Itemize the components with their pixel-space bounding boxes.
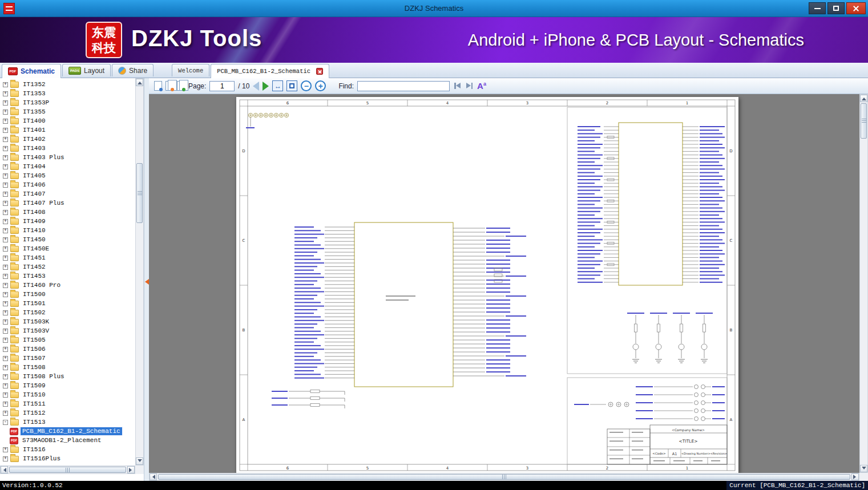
- tree-item-folder[interactable]: +IT1453: [0, 272, 135, 281]
- tree-item-folder[interactable]: +IT1452: [0, 262, 135, 272]
- sidebar-hscrollbar[interactable]: [0, 465, 135, 474]
- expand-expander-icon[interactable]: +: [3, 310, 8, 315]
- single-page-icon[interactable]: [154, 81, 162, 91]
- tree-item-folder[interactable]: -IT1513: [0, 418, 135, 427]
- expand-expander-icon[interactable]: +: [3, 338, 8, 343]
- tree-item-folder[interactable]: +IT1450E: [0, 244, 135, 253]
- tree-item-folder[interactable]: +IT1355: [0, 107, 135, 116]
- viewer-scroll-down-button[interactable]: [860, 465, 867, 472]
- tree-item-folder[interactable]: +IT1353P: [0, 98, 135, 107]
- sidebar-scroll-right-button[interactable]: [127, 466, 135, 473]
- tree-item-file[interactable]: PDFS73MAODB1-2_Placement: [0, 436, 135, 445]
- tree-item-folder[interactable]: +IT1352: [0, 80, 135, 89]
- tree-item-folder[interactable]: +IT1500: [0, 290, 135, 299]
- expand-expander-icon[interactable]: +: [3, 228, 8, 233]
- maximize-button[interactable]: [827, 2, 845, 14]
- tree-item-folder[interactable]: +IT1400: [0, 116, 135, 125]
- fit-width-button[interactable]: ↔: [272, 80, 283, 91]
- viewer-hscroll-thumb[interactable]: [158, 474, 850, 480]
- sidebar-scroll-down-button[interactable]: [136, 457, 143, 465]
- expand-expander-icon[interactable]: +: [3, 319, 8, 325]
- tree-item-folder[interactable]: +IT1510: [0, 390, 135, 399]
- find-next-button[interactable]: [465, 82, 474, 90]
- tab-share[interactable]: Share: [112, 64, 154, 76]
- viewer-hscrollbar[interactable]: [149, 473, 859, 481]
- close-tab-icon[interactable]: [316, 68, 323, 75]
- doc-tab-welcome[interactable]: Welcome: [172, 64, 209, 76]
- tree-item-folder[interactable]: +IT1508 Plus: [0, 372, 135, 381]
- sidebar-scroll-left-button[interactable]: [1, 466, 8, 473]
- tree-item-folder[interactable]: +IT1404: [0, 162, 135, 171]
- expand-expander-icon[interactable]: +: [3, 256, 8, 261]
- tree-item-folder[interactable]: +IT1503K: [0, 317, 135, 326]
- tree-item-folder[interactable]: +IT1405: [0, 171, 135, 180]
- expand-expander-icon[interactable]: +: [3, 146, 8, 151]
- expand-expander-icon[interactable]: +: [3, 128, 8, 133]
- expand-expander-icon[interactable]: +: [3, 201, 8, 206]
- expand-expander-icon[interactable]: +: [3, 237, 8, 242]
- expand-expander-icon[interactable]: +: [3, 210, 8, 215]
- expand-expander-icon[interactable]: +: [3, 383, 8, 388]
- expand-expander-icon[interactable]: +: [3, 329, 8, 334]
- viewer-scroll-right-button[interactable]: [851, 473, 859, 480]
- tree-item-folder[interactable]: +IT1407: [0, 189, 135, 199]
- expand-expander-icon[interactable]: +: [3, 356, 8, 361]
- zoom-in-button[interactable]: +: [315, 80, 326, 91]
- expand-expander-icon[interactable]: +: [3, 447, 8, 452]
- viewer-vscroll-thumb[interactable]: [861, 103, 867, 139]
- tree-item-folder[interactable]: +IT1403: [0, 144, 135, 153]
- tree-item-folder[interactable]: +IT1451: [0, 253, 135, 262]
- viewer-scroll-up-button[interactable]: [860, 95, 867, 102]
- sidebar-hscroll-thumb[interactable]: [9, 467, 126, 473]
- expand-expander-icon[interactable]: +: [3, 219, 8, 224]
- expand-expander-icon[interactable]: +: [3, 374, 8, 379]
- expand-expander-icon[interactable]: +: [3, 301, 8, 306]
- expand-expander-icon[interactable]: +: [3, 119, 8, 124]
- tree-item-folder[interactable]: +IT1508: [0, 363, 135, 372]
- expand-expander-icon[interactable]: +: [3, 246, 8, 252]
- expand-expander-icon[interactable]: +: [3, 283, 8, 288]
- expand-expander-icon[interactable]: +: [3, 100, 8, 106]
- tree-item-file[interactable]: PDFPCB_MB_C162_B1-2_Schematic: [0, 427, 135, 436]
- pdf-page[interactable]: 665544332211DDCCBBAA<Company Name><TITLE…: [236, 97, 738, 473]
- minimize-button[interactable]: [809, 2, 826, 14]
- tree-item-folder[interactable]: +IT1512: [0, 408, 135, 418]
- expand-expander-icon[interactable]: +: [3, 164, 8, 169]
- doc-tab-schematic-file[interactable]: PCB_MB_C162_B1-2_Schematic: [211, 64, 329, 78]
- tree-item-folder[interactable]: +IT1353: [0, 89, 135, 98]
- expand-expander-icon[interactable]: +: [3, 82, 8, 87]
- tab-schematic[interactable]: PDF Schematic: [2, 64, 61, 78]
- previous-page-button[interactable]: [253, 82, 259, 91]
- tree-item-folder[interactable]: +IT1502: [0, 308, 135, 317]
- sidebar-collapse-arrow-icon[interactable]: [145, 279, 149, 285]
- find-previous-button[interactable]: [453, 82, 462, 90]
- sidebar-vscroll-thumb[interactable]: [136, 163, 143, 223]
- tree-item-folder[interactable]: +IT1509: [0, 381, 135, 390]
- tree-item-folder[interactable]: +IT1408: [0, 208, 135, 217]
- tree-item-folder[interactable]: +IT1460 Pro: [0, 281, 135, 290]
- copy-page-icon[interactable]: [165, 81, 173, 91]
- tree-item-folder[interactable]: +IT1516Plus: [0, 454, 135, 463]
- expand-expander-icon[interactable]: +: [3, 274, 8, 279]
- expand-expander-icon[interactable]: +: [3, 91, 8, 96]
- close-button[interactable]: [846, 2, 866, 14]
- snapshot-page-icon[interactable]: [177, 81, 185, 91]
- tree-item-folder[interactable]: +IT1402: [0, 135, 135, 144]
- expand-expander-icon[interactable]: +: [3, 347, 8, 352]
- page-number-input[interactable]: [209, 81, 235, 91]
- expand-expander-icon[interactable]: +: [3, 265, 8, 270]
- next-page-button[interactable]: [263, 82, 269, 91]
- pdf-viewer[interactable]: 665544332211DDCCBBAA<Company Name><TITLE…: [149, 94, 859, 473]
- collapse-expander-icon[interactable]: -: [3, 420, 8, 425]
- tree-item-folder[interactable]: +IT1450: [0, 235, 135, 244]
- tree-item-folder[interactable]: +IT1407 Plus: [0, 199, 135, 208]
- fit-page-button[interactable]: [286, 80, 297, 91]
- tree-item-folder[interactable]: +IT1505: [0, 335, 135, 345]
- expand-expander-icon[interactable]: +: [3, 402, 8, 407]
- expand-expander-icon[interactable]: +: [3, 183, 8, 188]
- expand-expander-icon[interactable]: +: [3, 365, 8, 370]
- sidebar-splitter[interactable]: [144, 78, 149, 481]
- tree-item-folder[interactable]: +IT1406: [0, 180, 135, 189]
- zoom-out-button[interactable]: −: [301, 80, 312, 91]
- tree-item-folder[interactable]: +IT1511: [0, 399, 135, 408]
